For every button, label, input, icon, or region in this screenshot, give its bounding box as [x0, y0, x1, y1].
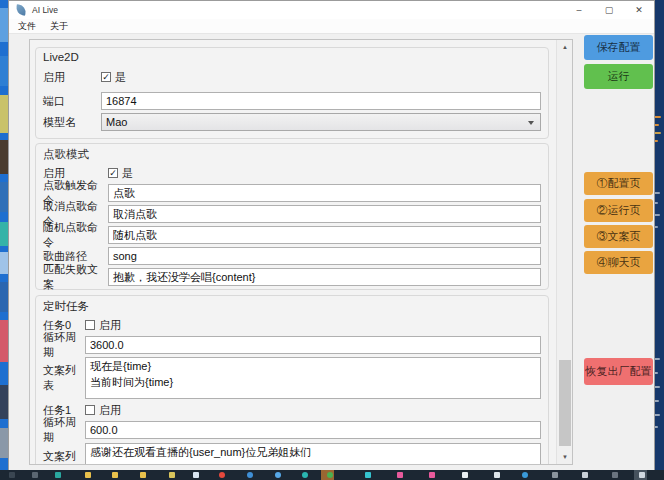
task1-enable-row: 任务1 启用: [43, 403, 541, 417]
taskbar-app-icon[interactable]: [169, 472, 175, 478]
song-cancel-input[interactable]: [108, 205, 541, 223]
config-scroll-panel: Live2D 启用 ✓ 是 端口 模型名 Mao: [29, 39, 573, 465]
taskbar-app-icon[interactable]: [140, 472, 146, 478]
live2d-enable-checkbox[interactable]: ✓: [101, 72, 111, 82]
song-trigger-input[interactable]: [108, 184, 541, 202]
window-title: AI Live: [32, 5, 58, 15]
desktop-icon-fragment: [0, 385, 8, 419]
song-trigger-row: 点歌触发命令: [43, 184, 541, 202]
desktop-icon-fragment: [0, 182, 8, 212]
desktop-icon-fragment: [0, 95, 8, 133]
nav-chat-page-button[interactable]: ④聊天页: [584, 251, 653, 274]
desktop-icon-fragment: [0, 8, 8, 42]
taskbar-app-icon[interactable]: [85, 472, 91, 478]
live2d-model-row: 模型名 Mao: [43, 113, 541, 131]
taskbar-app-icon[interactable]: [639, 472, 645, 478]
taskbar-app-icon[interactable]: [552, 472, 558, 478]
task1-enable-label: 启用: [99, 403, 121, 418]
desktop-icon-fragment: [0, 252, 8, 274]
taskbar-app-icon[interactable]: [494, 472, 500, 478]
task0-enable-checkbox[interactable]: [85, 320, 95, 330]
task1-enable-checkbox[interactable]: [85, 405, 95, 415]
song-cancel-row: 取消点歌命令: [43, 205, 541, 223]
taskbar-app-icon[interactable]: [219, 472, 225, 478]
chevron-down-icon: [528, 121, 534, 125]
task0-list-label: 文案列表: [43, 363, 85, 393]
desktop-icon-fragment: [0, 428, 8, 458]
group-live2d: Live2D 启用 ✓ 是 端口 模型名 Mao: [35, 47, 549, 139]
taskbar-app-icon[interactable]: [327, 472, 333, 478]
taskbar-app-icon[interactable]: [55, 472, 61, 478]
taskbar-app-icon[interactable]: [247, 472, 253, 478]
task0-cycle-input[interactable]: [85, 336, 541, 354]
task0-list-textarea[interactable]: 现在是{time} 当前时间为{time}: [85, 357, 541, 399]
live2d-port-row: 端口: [43, 92, 541, 110]
taskbar[interactable]: [0, 470, 664, 480]
task0-list-row: 文案列表 现在是{time} 当前时间为{time}: [43, 357, 541, 399]
taskbar-app-icon[interactable]: [612, 472, 618, 478]
title-bar: AI Live – ▢ ✕: [9, 1, 654, 19]
task1-cycle-label: 循环周期: [43, 415, 85, 445]
nav-run-page-button[interactable]: ②运行页: [584, 199, 653, 222]
taskbar-app-icon[interactable]: [582, 472, 588, 478]
maximize-button[interactable]: ▢: [594, 1, 624, 19]
task1-list-row: 文案列表 感谢还在观看直播的{user_num}位兄弟姐妹们: [43, 443, 541, 465]
live2d-model-select[interactable]: Mao: [101, 113, 541, 131]
task1-cycle-input[interactable]: [85, 421, 541, 439]
desktop-icon-fragment: [0, 140, 8, 174]
group-song-mode: 点歌模式 启用 ✓ 是 点歌触发命令 取消点歌命令: [35, 143, 549, 290]
desktop-icon-fragment: [0, 320, 8, 362]
live2d-port-input[interactable]: [101, 92, 541, 110]
song-fail-input[interactable]: [108, 268, 541, 286]
screen: AI Live – ▢ ✕ 文件 关于 Live2D 启用 ✓ 是: [0, 0, 664, 480]
taskbar-app-icon[interactable]: [397, 472, 403, 478]
scroll-down-icon[interactable]: ▼: [557, 450, 573, 464]
window-controls: – ▢ ✕: [564, 1, 654, 19]
factory-reset-button[interactable]: 恢复出厂配置: [584, 358, 653, 385]
desktop-icon-fragment: [0, 222, 8, 246]
taskbar-app-icon[interactable]: [462, 472, 468, 478]
task1-list-textarea[interactable]: 感谢还在观看直播的{user_num}位兄弟姐妹们: [85, 443, 541, 465]
taskbar-app-icon[interactable]: [275, 472, 281, 478]
nav-config-page-button[interactable]: ①配置页: [584, 172, 653, 195]
taskbar-app-icon[interactable]: [522, 472, 528, 478]
run-button[interactable]: 运行: [584, 64, 653, 89]
task0-cycle-row: 循环周期: [43, 336, 541, 354]
taskbar-app-icon[interactable]: [193, 472, 199, 478]
taskbar-app-icon[interactable]: [9, 472, 15, 478]
live2d-port-label: 端口: [43, 94, 101, 109]
task1-cycle-row: 循环周期: [43, 421, 541, 439]
menu-about[interactable]: 关于: [50, 20, 68, 33]
live2d-model-label: 模型名: [43, 115, 101, 130]
song-fail-label: 匹配失败文案: [43, 262, 108, 292]
song-enable-checkbox[interactable]: ✓: [108, 168, 118, 178]
live2d-enable-label: 启用: [43, 70, 101, 85]
close-button[interactable]: ✕: [624, 1, 654, 19]
desktop-wallpaper-strip: [0, 0, 8, 480]
song-random-label: 随机点歌命令: [43, 220, 108, 250]
nav-text-page-button[interactable]: ③文案页: [584, 225, 653, 248]
song-path-input[interactable]: [108, 247, 541, 265]
vertical-scrollbar[interactable]: ▲ ▼: [556, 40, 572, 464]
task0-cycle-label: 循环周期: [43, 330, 85, 360]
taskbar-app-icon[interactable]: [112, 472, 118, 478]
task0-enable-label: 启用: [99, 318, 121, 333]
group-timer-tasks: 定时任务 任务0 启用 循环周期 文案列表 现在是{time} 当前时间为{ti…: [35, 295, 549, 465]
scrollbar-thumb[interactable]: [559, 360, 571, 446]
app-icon: [15, 4, 27, 16]
taskbar-app-icon[interactable]: [32, 472, 38, 478]
taskbar-app-icon[interactable]: [429, 472, 435, 478]
group-live2d-title: Live2D: [43, 51, 79, 63]
scroll-up-icon[interactable]: ▲: [557, 40, 573, 54]
save-config-button[interactable]: 保存配置: [584, 35, 653, 60]
live2d-model-value: Mao: [106, 116, 127, 128]
live2d-enable-yes: 是: [115, 70, 126, 85]
desktop-icon-fragment: [0, 282, 8, 312]
minimize-button[interactable]: –: [564, 1, 594, 19]
song-random-input[interactable]: [108, 226, 541, 244]
song-fail-row: 匹配失败文案: [43, 268, 541, 286]
window-body: Live2D 启用 ✓ 是 端口 模型名 Mao: [9, 34, 654, 470]
menu-file[interactable]: 文件: [18, 20, 36, 33]
taskbar-app-icon[interactable]: [365, 472, 371, 478]
taskbar-app-icon[interactable]: [302, 472, 308, 478]
